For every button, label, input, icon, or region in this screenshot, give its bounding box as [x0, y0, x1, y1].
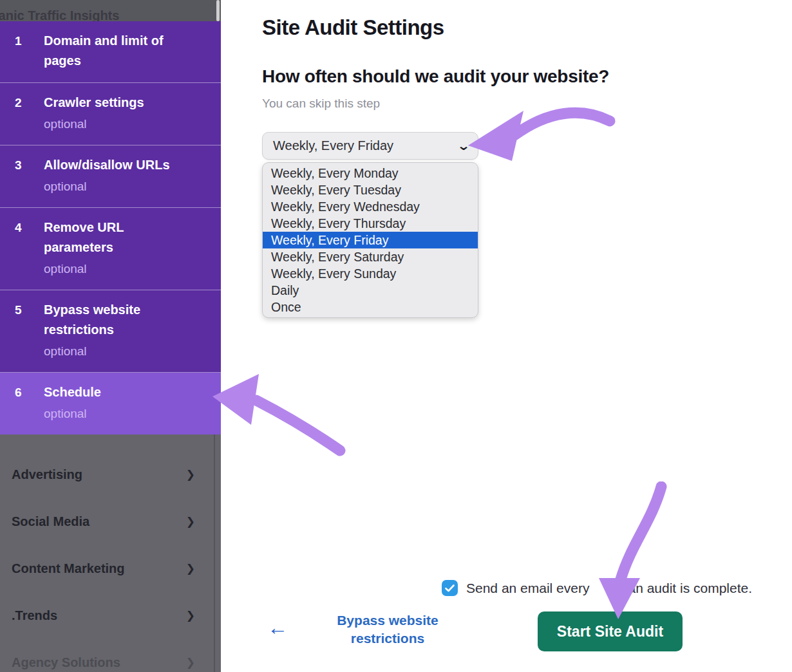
step-label: Remove URL parameters — [44, 220, 124, 254]
page-title: Site Audit Settings — [262, 15, 444, 40]
chevron-down-icon: ⌄ — [457, 138, 470, 153]
bypass-website-restrictions-link[interactable]: Bypass website restrictions — [323, 611, 453, 648]
option-daily[interactable]: Daily — [263, 282, 478, 299]
main-content: Site Audit Settings How often should we … — [221, 0, 792, 672]
menu-label: Social Media — [12, 514, 90, 529]
step-number: 3 — [0, 155, 44, 196]
sidebar-item-trends[interactable]: .Trends ❯ — [0, 592, 221, 639]
optional-tag: optional — [44, 177, 193, 196]
sidebar-item-advertising[interactable]: Advertising ❯ — [0, 451, 221, 498]
step-number: 5 — [0, 300, 44, 360]
chevron-right-icon: ❯ — [186, 468, 195, 481]
sidebar: Organic Traffic Insights 1 Domain and li… — [0, 0, 221, 672]
chevron-right-icon: ❯ — [186, 562, 195, 575]
sidebar-item-content-marketing[interactable]: Content Marketing ❯ — [0, 545, 221, 592]
sidebar-item-social-media[interactable]: Social Media ❯ — [0, 498, 221, 545]
email-label-after: an audit is complete. — [628, 581, 752, 596]
email-notification-row: Send an email every an audit is complete… — [442, 580, 752, 596]
step-item-domain-and-limit[interactable]: 1 Domain and limit of pages — [0, 21, 221, 83]
wizard-steps: 1 Domain and limit of pages 2 Crawler se… — [0, 21, 221, 434]
option-weekly-sunday[interactable]: Weekly, Every Sunday — [263, 265, 478, 282]
sidebar-menu: Advertising ❯ Social Media ❯ Content Mar… — [0, 434, 221, 672]
audit-frequency-select[interactable]: Weekly, Every Friday ⌄ — [262, 132, 478, 160]
step-item-remove-url-parameters[interactable]: 4 Remove URL parameters optional — [0, 208, 221, 290]
step-number: 4 — [0, 218, 44, 278]
step-item-crawler-settings[interactable]: 2 Crawler settings optional — [0, 83, 221, 145]
email-checkbox[interactable] — [442, 580, 458, 596]
step-item-schedule[interactable]: 6 Schedule optional — [0, 373, 221, 434]
step-item-bypass-website-restrictions[interactable]: 5 Bypass website restrictions optional — [0, 290, 221, 373]
option-once[interactable]: Once — [263, 299, 478, 315]
sidebar-item-organic-traffic-insights[interactable]: Organic Traffic Insights — [0, 0, 221, 21]
option-weekly-tuesday[interactable]: Weekly, Every Tuesday — [263, 182, 478, 198]
step-number: 6 — [0, 382, 44, 423]
step-number: 2 — [0, 93, 44, 133]
select-value: Weekly, Every Friday — [273, 138, 458, 153]
check-icon — [445, 584, 455, 592]
frequency-options-list: Weekly, Every Monday Weekly, Every Tuesd… — [262, 162, 478, 318]
step-label: Bypass website restrictions — [44, 303, 140, 337]
step-label: Domain and limit of pages — [44, 33, 164, 68]
optional-tag: optional — [44, 404, 193, 423]
option-weekly-monday[interactable]: Weekly, Every Monday — [263, 165, 478, 182]
scrollbar[interactable] — [216, 0, 220, 21]
section-heading: How often should we audit your website? — [262, 66, 609, 87]
option-weekly-thursday[interactable]: Weekly, Every Thursday — [263, 215, 478, 232]
back-button[interactable]: ← — [267, 616, 288, 640]
optional-tag: optional — [44, 259, 193, 278]
menu-label: .Trends — [12, 608, 57, 623]
menu-label: Agency Solutions — [12, 655, 120, 670]
step-label: Allow/disallow URLs — [44, 158, 170, 172]
sidebar-item-agency-solutions[interactable]: Agency Solutions ❯ — [0, 639, 221, 672]
optional-tag: optional — [44, 342, 193, 360]
step-label: Crawler settings — [44, 95, 144, 109]
chevron-right-icon: ❯ — [186, 609, 195, 622]
chevron-right-icon: ❯ — [186, 515, 195, 528]
step-label: Schedule — [44, 385, 101, 399]
spacer — [589, 581, 628, 596]
option-weekly-wednesday[interactable]: Weekly, Every Wednesday — [263, 198, 478, 215]
menu-label: Content Marketing — [12, 561, 125, 576]
menu-label: Advertising — [12, 467, 82, 482]
email-label-before: Send an email every — [466, 581, 589, 596]
chevron-right-icon: ❯ — [186, 656, 195, 669]
step-number: 1 — [0, 31, 44, 71]
option-weekly-friday-selected[interactable]: Weekly, Every Friday — [263, 232, 478, 248]
start-site-audit-button[interactable]: Start Site Audit — [538, 611, 683, 651]
sidebar-item-label: Organic Traffic Insights — [0, 8, 119, 21]
option-weekly-saturday[interactable]: Weekly, Every Saturday — [263, 248, 478, 265]
skip-hint-text: You can skip this step — [262, 97, 380, 111]
back-arrow-icon: ← — [267, 616, 288, 639]
divider — [214, 434, 215, 672]
step-item-allow-disallow-urls[interactable]: 3 Allow/disallow URLs optional — [0, 145, 221, 208]
optional-tag: optional — [44, 115, 193, 133]
